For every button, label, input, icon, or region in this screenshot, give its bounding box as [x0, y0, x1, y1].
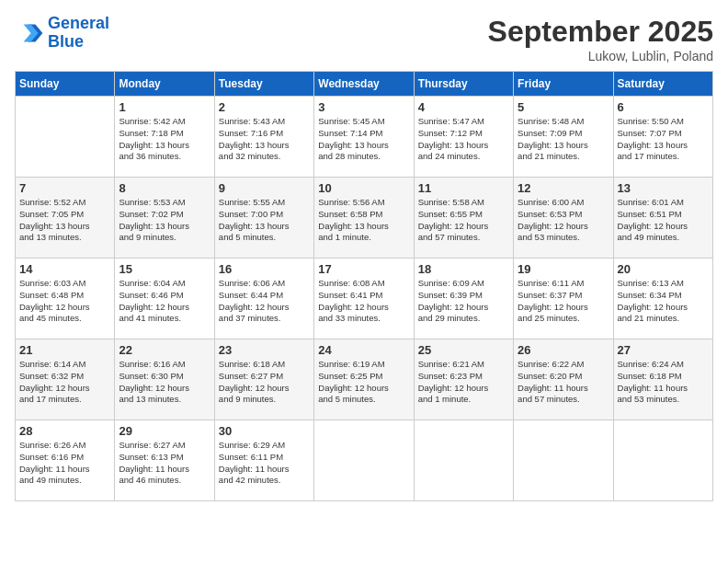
day-info: Sunrise: 5:48 AM Sunset: 7:09 PM Dayligh…	[518, 116, 609, 163]
day-info: Sunrise: 6:18 AM Sunset: 6:27 PM Dayligh…	[219, 359, 310, 406]
location: Lukow, Lublin, Poland	[488, 49, 713, 63]
day-info: Sunrise: 5:58 AM Sunset: 6:55 PM Dayligh…	[418, 197, 509, 244]
month-title: September 2025	[488, 15, 713, 49]
calendar-cell: 12Sunrise: 6:00 AM Sunset: 6:53 PM Dayli…	[514, 178, 613, 259]
calendar-cell	[613, 420, 712, 501]
calendar-cell: 9Sunrise: 5:55 AM Sunset: 7:00 PM Daylig…	[214, 178, 313, 259]
day-info: Sunrise: 6:16 AM Sunset: 6:30 PM Dayligh…	[119, 359, 210, 406]
day-info: Sunrise: 6:00 AM Sunset: 6:53 PM Dayligh…	[518, 197, 609, 244]
calendar-cell: 29Sunrise: 6:27 AM Sunset: 6:13 PM Dayli…	[115, 420, 214, 501]
page-header: General Blue September 2025 Lukow, Lubli…	[15, 15, 713, 63]
day-info: Sunrise: 6:04 AM Sunset: 6:46 PM Dayligh…	[119, 278, 210, 325]
day-header-wednesday: Wednesday	[314, 72, 414, 97]
day-number: 16	[219, 262, 310, 276]
calendar-cell: 18Sunrise: 6:09 AM Sunset: 6:39 PM Dayli…	[414, 259, 513, 339]
day-header-tuesday: Tuesday	[214, 72, 313, 97]
day-info: Sunrise: 6:01 AM Sunset: 6:51 PM Dayligh…	[618, 197, 709, 244]
day-info: Sunrise: 6:13 AM Sunset: 6:34 PM Dayligh…	[618, 278, 709, 325]
day-info: Sunrise: 6:08 AM Sunset: 6:41 PM Dayligh…	[318, 278, 409, 325]
logo-line2: Blue	[48, 32, 84, 51]
calendar-cell: 6Sunrise: 5:50 AM Sunset: 7:07 PM Daylig…	[613, 97, 712, 178]
day-info: Sunrise: 6:11 AM Sunset: 6:37 PM Dayligh…	[518, 278, 609, 325]
calendar-header-row: SundayMondayTuesdayWednesdayThursdayFrid…	[16, 72, 713, 97]
day-info: Sunrise: 5:43 AM Sunset: 7:16 PM Dayligh…	[219, 116, 310, 163]
calendar-cell: 13Sunrise: 6:01 AM Sunset: 6:51 PM Dayli…	[613, 178, 712, 259]
calendar-cell: 16Sunrise: 6:06 AM Sunset: 6:44 PM Dayli…	[214, 259, 313, 339]
day-info: Sunrise: 5:56 AM Sunset: 6:58 PM Dayligh…	[318, 197, 409, 244]
calendar-cell	[514, 420, 613, 501]
calendar-cell: 8Sunrise: 5:53 AM Sunset: 7:02 PM Daylig…	[115, 178, 214, 259]
day-info: Sunrise: 6:03 AM Sunset: 6:48 PM Dayligh…	[19, 278, 110, 325]
day-header-saturday: Saturday	[613, 72, 712, 97]
day-number: 19	[518, 262, 609, 276]
calendar-week-row: 21Sunrise: 6:14 AM Sunset: 6:32 PM Dayli…	[16, 339, 713, 420]
calendar-week-row: 1Sunrise: 5:42 AM Sunset: 7:18 PM Daylig…	[16, 97, 713, 178]
day-info: Sunrise: 6:19 AM Sunset: 6:25 PM Dayligh…	[318, 359, 409, 406]
day-info: Sunrise: 6:09 AM Sunset: 6:39 PM Dayligh…	[418, 278, 509, 325]
calendar-cell: 28Sunrise: 6:26 AM Sunset: 6:16 PM Dayli…	[16, 420, 115, 501]
calendar-body: 1Sunrise: 5:42 AM Sunset: 7:18 PM Daylig…	[16, 97, 713, 501]
day-info: Sunrise: 5:52 AM Sunset: 7:05 PM Dayligh…	[19, 197, 110, 244]
calendar-cell: 21Sunrise: 6:14 AM Sunset: 6:32 PM Dayli…	[16, 339, 115, 420]
calendar-cell: 26Sunrise: 6:22 AM Sunset: 6:20 PM Dayli…	[514, 339, 613, 420]
day-number: 10	[318, 181, 409, 195]
logo-text: General Blue	[48, 15, 109, 52]
day-info: Sunrise: 5:42 AM Sunset: 7:18 PM Dayligh…	[119, 116, 210, 163]
day-number: 27	[618, 343, 709, 357]
day-number: 14	[19, 262, 110, 276]
day-info: Sunrise: 6:24 AM Sunset: 6:18 PM Dayligh…	[618, 359, 709, 406]
day-number: 3	[318, 100, 409, 114]
day-number: 15	[119, 262, 210, 276]
day-number: 13	[618, 181, 709, 195]
day-info: Sunrise: 5:55 AM Sunset: 7:00 PM Dayligh…	[219, 197, 310, 244]
day-info: Sunrise: 6:21 AM Sunset: 6:23 PM Dayligh…	[418, 359, 509, 406]
day-info: Sunrise: 6:14 AM Sunset: 6:32 PM Dayligh…	[19, 359, 110, 406]
day-number: 28	[19, 424, 110, 438]
calendar-cell: 22Sunrise: 6:16 AM Sunset: 6:30 PM Dayli…	[115, 339, 214, 420]
calendar-cell: 2Sunrise: 5:43 AM Sunset: 7:16 PM Daylig…	[214, 97, 313, 178]
calendar-cell: 1Sunrise: 5:42 AM Sunset: 7:18 PM Daylig…	[115, 97, 214, 178]
day-number: 21	[19, 343, 110, 357]
calendar-cell: 30Sunrise: 6:29 AM Sunset: 6:11 PM Dayli…	[214, 420, 313, 501]
calendar-cell: 23Sunrise: 6:18 AM Sunset: 6:27 PM Dayli…	[214, 339, 313, 420]
day-number: 26	[518, 343, 609, 357]
logo-icon	[15, 18, 44, 48]
calendar-cell: 25Sunrise: 6:21 AM Sunset: 6:23 PM Dayli…	[414, 339, 513, 420]
title-block: September 2025 Lukow, Lublin, Poland	[488, 15, 713, 63]
day-info: Sunrise: 5:53 AM Sunset: 7:02 PM Dayligh…	[119, 197, 210, 244]
calendar-cell	[414, 420, 513, 501]
calendar-cell: 3Sunrise: 5:45 AM Sunset: 7:14 PM Daylig…	[314, 97, 414, 178]
day-info: Sunrise: 6:06 AM Sunset: 6:44 PM Dayligh…	[219, 278, 310, 325]
day-info: Sunrise: 6:29 AM Sunset: 6:11 PM Dayligh…	[219, 440, 310, 487]
calendar-cell: 7Sunrise: 5:52 AM Sunset: 7:05 PM Daylig…	[16, 178, 115, 259]
day-number: 20	[618, 262, 709, 276]
day-number: 24	[318, 343, 409, 357]
calendar-cell: 27Sunrise: 6:24 AM Sunset: 6:18 PM Dayli…	[613, 339, 712, 420]
day-number: 23	[219, 343, 310, 357]
day-number: 1	[119, 100, 210, 114]
day-number: 8	[119, 181, 210, 195]
calendar-table: SundayMondayTuesdayWednesdayThursdayFrid…	[15, 71, 713, 501]
day-header-sunday: Sunday	[16, 72, 115, 97]
day-info: Sunrise: 6:22 AM Sunset: 6:20 PM Dayligh…	[518, 359, 609, 406]
calendar-cell: 10Sunrise: 5:56 AM Sunset: 6:58 PM Dayli…	[314, 178, 414, 259]
calendar-week-row: 28Sunrise: 6:26 AM Sunset: 6:16 PM Dayli…	[16, 420, 713, 501]
calendar-cell: 15Sunrise: 6:04 AM Sunset: 6:46 PM Dayli…	[115, 259, 214, 339]
calendar-cell: 20Sunrise: 6:13 AM Sunset: 6:34 PM Dayli…	[613, 259, 712, 339]
day-header-thursday: Thursday	[414, 72, 513, 97]
day-number: 17	[318, 262, 409, 276]
calendar-cell: 11Sunrise: 5:58 AM Sunset: 6:55 PM Dayli…	[414, 178, 513, 259]
day-number: 9	[219, 181, 310, 195]
day-number: 25	[418, 343, 509, 357]
day-info: Sunrise: 5:47 AM Sunset: 7:12 PM Dayligh…	[418, 116, 509, 163]
day-header-monday: Monday	[115, 72, 214, 97]
calendar-cell: 5Sunrise: 5:48 AM Sunset: 7:09 PM Daylig…	[514, 97, 613, 178]
calendar-cell	[314, 420, 414, 501]
day-number: 5	[518, 100, 609, 114]
calendar-cell: 17Sunrise: 6:08 AM Sunset: 6:41 PM Dayli…	[314, 259, 414, 339]
day-number: 30	[219, 424, 310, 438]
calendar-cell	[16, 97, 115, 178]
day-header-friday: Friday	[514, 72, 613, 97]
calendar-cell: 4Sunrise: 5:47 AM Sunset: 7:12 PM Daylig…	[414, 97, 513, 178]
day-number: 29	[119, 424, 210, 438]
